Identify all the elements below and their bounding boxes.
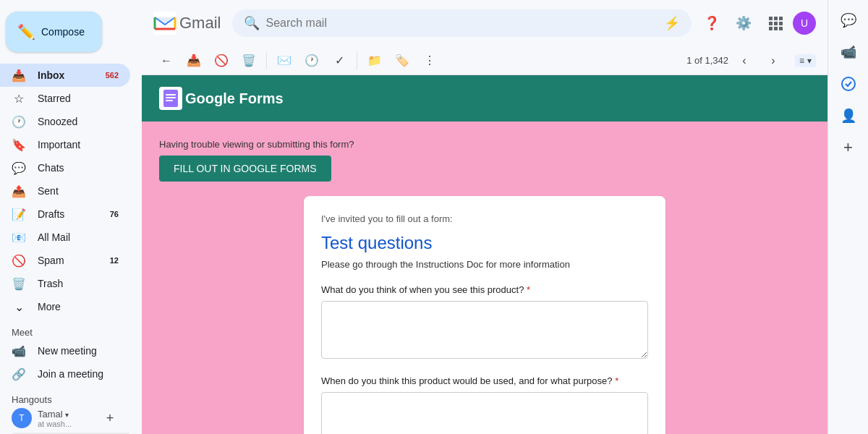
hangout-info: Tamal ▾ at wash... <box>38 409 101 428</box>
svg-rect-6 <box>779 22 783 25</box>
apps-button[interactable] <box>761 9 790 38</box>
link-icon: 🔗 <box>12 367 26 381</box>
sidebar-item-new-meeting[interactable]: 📹 New meeting <box>0 339 130 362</box>
sidebar-item-sent[interactable]: 📤Sent <box>0 179 130 203</box>
settings-button[interactable]: ⚙️ <box>729 9 758 38</box>
view-toggle-chevron: ▾ <box>807 56 812 66</box>
spam-label: Spam <box>38 255 98 266</box>
grid-icon <box>768 16 783 30</box>
drafts-label: Drafts <box>38 208 98 220</box>
svg-rect-7 <box>769 27 773 30</box>
allmail-label: All Mail <box>38 231 119 243</box>
prev-email-button[interactable]: ‹ <box>731 48 757 74</box>
more-options-button[interactable]: ⋮ <box>417 48 443 74</box>
search-bar: 🔍 ⚡ <box>232 9 692 37</box>
toolbar-divider-2 <box>357 52 357 69</box>
important-icon: 🔖 <box>12 138 26 152</box>
sidebar-item-allmail[interactable]: 📧All Mail <box>0 226 130 249</box>
spam-icon: 🚫 <box>12 254 26 268</box>
chats-label: Chats <box>38 162 119 174</box>
svg-rect-9 <box>779 27 783 30</box>
sidebar-item-more[interactable]: ⌄More <box>0 295 130 318</box>
user-avatar[interactable]: U <box>793 12 816 35</box>
svg-rect-5 <box>774 22 778 25</box>
forms-logo: Google Forms <box>159 87 284 110</box>
svg-rect-11 <box>166 94 176 95</box>
question-1-textarea[interactable] <box>321 301 648 359</box>
question-2: When do you think this product would be … <box>321 375 648 434</box>
toolbar-divider-1 <box>266 52 267 69</box>
delete-button[interactable]: 🗑️ <box>236 48 262 74</box>
sidebar: ✏️ Compose 📥Inbox562☆Starred🕐Snoozed🔖Imp… <box>0 0 142 434</box>
right-sidebar-plus-button[interactable]: + <box>834 133 863 162</box>
next-email-button[interactable]: › <box>760 48 786 74</box>
forms-document-icon <box>163 90 178 107</box>
search-icon: 🔍 <box>244 15 260 31</box>
view-toggle-button[interactable]: ≡ ▾ <box>795 54 816 67</box>
add-hangout-button[interactable]: + <box>101 409 119 427</box>
fill-out-button[interactable]: FILL OUT IN GOOGLE FORMS <box>159 156 331 182</box>
email-content[interactable]: Google Forms Having trouble viewing or s… <box>142 75 827 434</box>
help-button[interactable]: ❓ <box>697 9 726 38</box>
main-area: Gmail 🔍 ⚡ ❓ ⚙️ <box>142 0 827 434</box>
report-spam-button[interactable]: 🚫 <box>208 48 234 74</box>
required-indicator-2: * <box>615 375 618 386</box>
search-filter-icon[interactable]: ⚡ <box>664 15 680 31</box>
hangout-item[interactable]: T Tamal ▾ at wash... + <box>0 407 130 430</box>
right-sidebar-tasks-button[interactable] <box>834 69 863 98</box>
svg-rect-8 <box>774 27 778 30</box>
svg-rect-3 <box>779 17 783 20</box>
edit-icon: ✏️ <box>17 23 35 41</box>
top-right-actions: ❓ ⚙️ U <box>697 9 816 38</box>
required-indicator-1: * <box>527 284 530 295</box>
email-toolbar: ← 📥 🚫 🗑️ ✉️ 🕐 ✓ 📁 🏷️ ⋮ 1 of 1,342 ‹ › ≡ … <box>142 46 827 75</box>
form-card: I've invited you to fill out a form: Tes… <box>304 196 665 434</box>
form-invitation: I've invited you to fill out a form: <box>321 213 648 224</box>
snoozed-icon: 🕐 <box>12 115 26 129</box>
search-input[interactable] <box>265 17 658 30</box>
add-task-button[interactable]: ✓ <box>326 48 352 74</box>
right-sidebar-chat-button[interactable]: 💬 <box>834 6 863 35</box>
forms-logo-text: Google Forms <box>185 90 284 107</box>
view-toggle-icon: ≡ <box>799 56 804 66</box>
compose-button[interactable]: ✏️ Compose <box>6 12 102 52</box>
form-title: Test questions <box>321 233 648 253</box>
hangout-avatar: T <box>12 408 32 428</box>
trash-icon: 🗑️ <box>12 277 26 291</box>
sidebar-item-join-meeting[interactable]: 🔗 Join a meeting <box>0 362 130 386</box>
archive-button[interactable]: 📥 <box>181 48 207 74</box>
sidebar-item-important[interactable]: 🔖Important <box>0 133 130 156</box>
form-area: Having trouble viewing or submitting thi… <box>142 122 827 434</box>
move-to-button[interactable]: 📁 <box>362 48 388 74</box>
question-2-textarea[interactable] <box>321 392 648 434</box>
important-label: Important <box>38 139 119 150</box>
svg-rect-12 <box>166 97 176 98</box>
mark-unread-button[interactable]: ✉️ <box>271 48 297 74</box>
drafts-icon: 📝 <box>12 208 26 221</box>
hangout-chevron: ▾ <box>65 411 69 419</box>
hangout-status: at wash... <box>38 420 101 428</box>
sidebar-item-spam[interactable]: 🚫Spam12 <box>0 249 130 272</box>
sidebar-item-snoozed[interactable]: 🕐Snoozed <box>0 110 130 133</box>
gmail-logo: Gmail <box>153 12 221 35</box>
sidebar-item-chats[interactable]: 💬Chats <box>0 156 130 179</box>
more-label: More <box>38 301 119 312</box>
snooze-button[interactable]: 🕐 <box>299 48 325 74</box>
right-sidebar-contacts-button[interactable]: 👤 <box>834 101 863 130</box>
svg-point-14 <box>842 77 855 90</box>
question-2-label: When do you think this product would be … <box>321 375 648 386</box>
sent-icon: 📤 <box>12 184 26 198</box>
labels-button[interactable]: 🏷️ <box>389 48 415 74</box>
sidebar-item-trash[interactable]: 🗑️Trash <box>0 272 130 295</box>
sidebar-item-starred[interactable]: ☆Starred <box>0 87 130 110</box>
sidebar-item-inbox[interactable]: 📥Inbox562 <box>0 64 130 87</box>
drafts-badge: 76 <box>110 210 119 218</box>
question-1-label: What do you think of when you see this p… <box>321 284 648 295</box>
right-sidebar-video-button[interactable]: 📹 <box>834 38 863 67</box>
right-sidebar: 💬 📹 👤 + <box>827 0 868 434</box>
inbox-icon: 📥 <box>12 69 26 82</box>
back-button[interactable]: ← <box>153 48 179 74</box>
join-meeting-label: Join a meeting <box>38 368 119 380</box>
gmail-text: Gmail <box>179 14 221 33</box>
sidebar-item-drafts[interactable]: 📝Drafts76 <box>0 203 130 226</box>
